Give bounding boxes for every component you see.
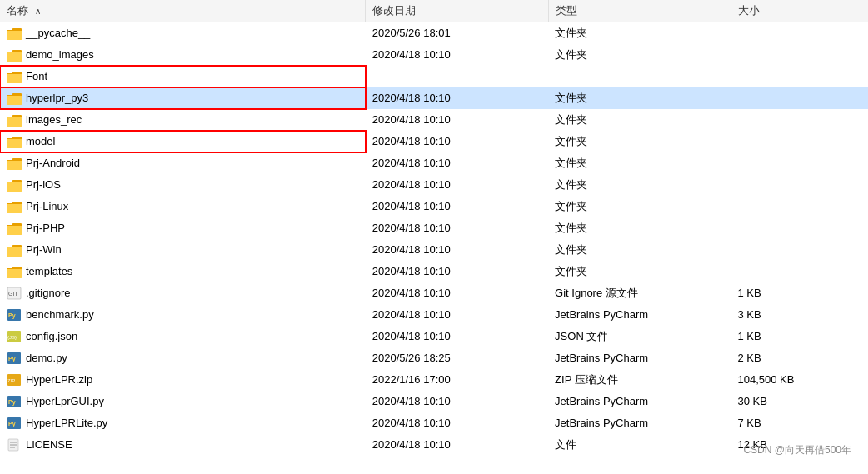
file-date: 2022/1/16 17:00 — [366, 369, 548, 391]
table-row[interactable]: Prj-iOS2020/4/18 10:10文件夹 — [0, 174, 868, 196]
table-row[interactable]: model2020/4/18 10:10文件夹 — [0, 131, 868, 152]
file-size — [731, 22, 868, 44]
table-row[interactable]: Py HyperLPRLite.py2020/4/18 10:10JetBrai… — [0, 412, 868, 434]
file-date: 2020/4/18 10:10 — [366, 239, 548, 261]
file-name-text: Prj-Win — [26, 243, 62, 256]
file-name-cell: {JS} config.json — [0, 326, 366, 347]
file-name-cell: Prj-Linux — [0, 196, 366, 217]
table-row[interactable]: ZIP HyperLPR.zip2022/1/16 17:00ZIP 压缩文件1… — [0, 369, 868, 391]
file-size: 1 KB — [731, 326, 868, 347]
table-row[interactable]: images_rec2020/4/18 10:10文件夹 — [0, 109, 868, 131]
table-row[interactable]: Py benchmark.py2020/4/18 10:10JetBrains … — [0, 304, 868, 326]
svg-rect-5 — [7, 74, 22, 83]
table-row[interactable]: demo_images2020/4/18 10:10文件夹 — [0, 44, 868, 66]
table-row[interactable]: Prj-Android2020/4/18 10:10文件夹 — [0, 152, 868, 174]
file-type: JetBrains PyCharm — [548, 304, 731, 326]
table-row[interactable]: LICENSE2020/4/18 10:10文件12 KB — [0, 434, 868, 456]
py-icon: Py — [7, 417, 22, 430]
file-date: 2020/4/18 10:10 — [366, 412, 548, 434]
table-row[interactable]: __pycache__2020/5/26 18:01文件夹 — [0, 22, 868, 44]
file-size — [731, 44, 868, 66]
file-type: 文件夹 — [548, 261, 731, 282]
file-type: JSON 文件 — [548, 326, 731, 347]
folder-icon — [7, 178, 22, 192]
table-row[interactable]: templates2020/4/18 10:10文件夹 — [0, 261, 868, 282]
svg-rect-9 — [7, 117, 22, 127]
file-name-wrapper: demo_images — [7, 48, 359, 62]
file-size: 3 KB — [731, 304, 868, 326]
file-name-cell: Py HyperLPRLite.py — [0, 412, 366, 434]
file-date — [366, 66, 548, 87]
watermark: CSDN @向天再借500年 — [743, 443, 851, 457]
file-date: 2020/5/26 18:25 — [366, 347, 548, 369]
file-name-text: model — [26, 135, 55, 147]
col-header-name[interactable]: 名称 ∧ — [0, 0, 366, 22]
table-row[interactable]: Prj-Win2020/4/18 10:10文件夹 — [0, 239, 868, 261]
file-name-text: Prj-PHP — [26, 222, 65, 234]
folder-icon — [7, 157, 22, 170]
table-row[interactable]: Prj-Linux2020/4/18 10:10文件夹 — [0, 196, 868, 217]
file-size — [731, 261, 868, 282]
svg-rect-13 — [7, 161, 22, 170]
file-name-text: demo.py — [26, 352, 67, 364]
table-row[interactable]: GIT .gitignore2020/4/18 10:10Git Ignore … — [0, 282, 868, 304]
file-name-cell: model — [0, 131, 366, 152]
file-name-text: .gitignore — [26, 287, 70, 299]
file-name-text: Prj-Android — [26, 157, 80, 169]
file-name-cell: Prj-iOS — [0, 174, 366, 196]
col-header-size[interactable]: 大小 — [731, 0, 868, 22]
file-size — [731, 239, 868, 261]
file-name-text: Font — [26, 70, 47, 82]
file-name-text: HyperLPR.zip — [26, 373, 92, 386]
file-name-cell: hyperlpr_py3 — [0, 87, 366, 109]
table-row[interactable]: Font — [0, 66, 868, 87]
svg-text:{JS}: {JS} — [7, 335, 17, 340]
file-type: 文件夹 — [548, 87, 731, 109]
file-size: 7 KB — [731, 412, 868, 434]
file-name-wrapper: templates — [7, 265, 359, 278]
file-name-cell: Prj-PHP — [0, 217, 366, 239]
file-icon — [7, 438, 22, 452]
svg-rect-19 — [7, 226, 22, 235]
table-row[interactable]: hyperlpr_py32020/4/18 10:10文件夹 — [0, 87, 868, 109]
file-type: ZIP 压缩文件 — [548, 369, 731, 391]
col-header-type[interactable]: 类型 — [548, 0, 731, 22]
file-name-text: hyperlpr_py3 — [26, 92, 88, 104]
file-name-text: benchmark.py — [26, 308, 94, 321]
svg-rect-1 — [7, 31, 22, 40]
file-type: 文件夹 — [548, 217, 731, 239]
file-type: 文件夹 — [548, 196, 731, 217]
svg-text:Py: Py — [8, 356, 16, 362]
file-name-wrapper: Font — [7, 70, 359, 83]
file-type: 文件夹 — [548, 174, 731, 196]
py-icon: Py — [7, 395, 22, 408]
file-tbody: __pycache__2020/5/26 18:01文件夹 demo_image… — [0, 22, 868, 456]
file-name-cell: templates — [0, 261, 366, 282]
file-size — [731, 217, 868, 239]
file-name-cell: Prj-Android — [0, 152, 366, 174]
file-type: 文件夹 — [548, 22, 731, 44]
file-date: 2020/5/26 18:01 — [366, 22, 548, 44]
folder-icon — [7, 92, 22, 105]
table-row[interactable]: {JS} config.json2020/4/18 10:10JSON 文件1 … — [0, 326, 868, 347]
file-type: 文件 — [548, 434, 731, 456]
file-name-cell: Py HyperLprGUI.py — [0, 391, 366, 412]
file-name-text: Prj-iOS — [26, 178, 61, 191]
file-type: 文件夹 — [548, 131, 731, 152]
table-row[interactable]: Py HyperLprGUI.py2020/4/18 10:10JetBrain… — [0, 391, 868, 412]
svg-text:ZIP: ZIP — [7, 378, 15, 383]
file-name-cell: LICENSE — [0, 434, 366, 456]
file-date: 2020/4/18 10:10 — [366, 196, 548, 217]
table-row[interactable]: Prj-PHP2020/4/18 10:10文件夹 — [0, 217, 868, 239]
file-name-cell: Prj-Win — [0, 239, 366, 261]
folder-icon — [7, 200, 22, 213]
file-date: 2020/4/18 10:10 — [366, 87, 548, 109]
file-name-text: __pycache__ — [26, 27, 90, 39]
file-size — [731, 174, 868, 196]
svg-rect-3 — [7, 52, 22, 62]
table-row[interactable]: Py demo.py2020/5/26 18:25JetBrains PyCha… — [0, 347, 868, 369]
file-name-wrapper: Prj-Android — [7, 157, 359, 170]
col-header-date[interactable]: 修改日期 — [366, 0, 548, 22]
file-name-text: HyperLPRLite.py — [26, 417, 107, 429]
file-name-wrapper: Prj-iOS — [7, 178, 359, 192]
